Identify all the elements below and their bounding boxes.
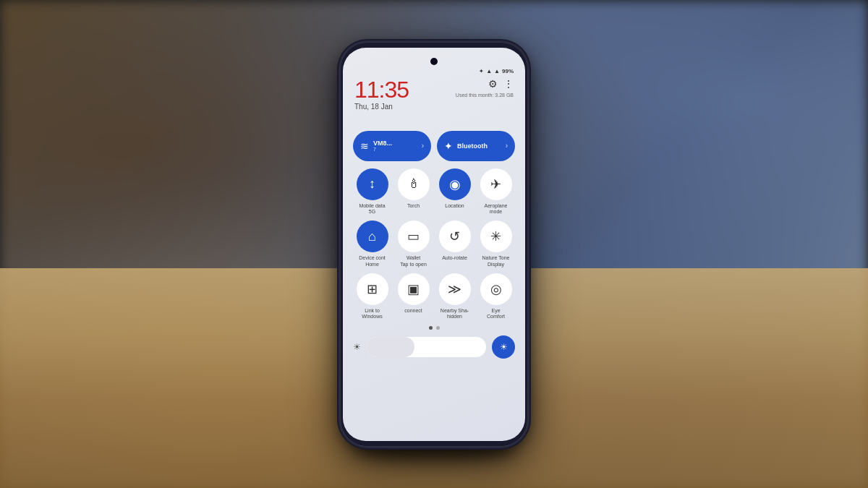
notification-header: 11:35 Thu, 18 Jan ⚙ ⋮ Used this month: 3… (354, 78, 514, 111)
brightness-low-icon: ☀ (353, 342, 361, 352)
connect-toggle[interactable]: ▣ connect (394, 273, 433, 320)
status-icons: ✦ ▲ ▲ 99% (479, 68, 514, 74)
bluetooth-chevron-icon: › (506, 142, 508, 150)
phone-body: ✦ ▲ ▲ 99% 11:35 Thu, 18 Jan ⚙ ⋮ Used (340, 42, 528, 447)
wifi-icon: ≋ (360, 140, 369, 152)
quick-toggle-grid: ↕ Mobile data5G 🕯 Torch ◉ Location ✈ Aer… (353, 168, 515, 320)
pagination-dot-1 (429, 326, 433, 330)
location-label: Location (445, 203, 464, 209)
wifi-network-name: VM8... (373, 140, 417, 147)
status-bar: ✦ ▲ ▲ 99% (354, 68, 514, 74)
bluetooth-label: Bluetooth (457, 142, 501, 150)
quick-toggles-panel: ≋ VM8... 7 › ✦ Bluetooth › (353, 131, 515, 359)
auto-rotate-icon: ↺ (439, 221, 471, 252)
brightness-slider[interactable] (367, 337, 486, 357)
bluetooth-toggle-button[interactable]: ✦ Bluetooth › (437, 131, 515, 161)
nature-tone-icon: ✳ (480, 221, 512, 252)
torch-icon: 🕯 (398, 168, 430, 200)
connectivity-row: ≋ VM8... 7 › ✦ Bluetooth › (353, 131, 515, 161)
aeroplane-toggle[interactable]: ✈ Aeroplanemode (477, 168, 515, 215)
connect-icon: ▣ (398, 273, 430, 305)
brightness-high-icon: ☀ (500, 342, 508, 352)
bluetooth-status-icon: ✦ (479, 68, 484, 74)
mobile-data-label: Mobile data5G (359, 203, 385, 215)
wifi-status-icon: ▲ (486, 68, 492, 74)
nearby-share-icon: ≫ (439, 273, 471, 305)
more-options-icon[interactable]: ⋮ (503, 78, 514, 90)
eye-comfort-toggle[interactable]: ◎ EyeComfort (477, 273, 515, 320)
header-controls: ⚙ ⋮ Used this month: 3.28 GB (456, 78, 514, 98)
torch-label: Torch (407, 203, 420, 209)
clock-display: 11:35 (354, 78, 409, 101)
mobile-data-toggle[interactable]: ↕ Mobile data5G (353, 168, 391, 215)
link-windows-label: Link toWindows (362, 308, 382, 320)
wallet-icon: ▭ (398, 221, 430, 252)
link-windows-icon: ⊞ (357, 273, 388, 305)
bluetooth-icon: ✦ (444, 140, 453, 152)
nearby-share-toggle[interactable]: ≫ Nearby Sha-hidden (435, 273, 474, 320)
data-usage-label: Used this month: 3.28 GB (456, 93, 514, 98)
phone-wrapper: ✦ ▲ ▲ 99% 11:35 Thu, 18 Jan ⚙ ⋮ Used (340, 42, 528, 447)
front-camera (430, 58, 438, 65)
wifi-toggle-button[interactable]: ≋ VM8... 7 › (353, 131, 431, 161)
mobile-data-icon: ↕ (357, 168, 388, 200)
pagination-dots (353, 326, 515, 330)
header-icon-row: ⚙ ⋮ (488, 78, 514, 90)
time-section: 11:35 Thu, 18 Jan (354, 78, 409, 111)
signal-status-icon: ▲ (494, 68, 500, 74)
settings-icon[interactable]: ⚙ (488, 78, 498, 90)
brightness-high-button[interactable]: ☀ (492, 335, 515, 359)
auto-rotate-toggle[interactable]: ↺ Auto-rotate (435, 221, 474, 267)
brightness-fill (367, 337, 414, 357)
torch-toggle[interactable]: 🕯 Torch (394, 168, 433, 215)
device-control-icon: ⌂ (357, 221, 388, 252)
aeroplane-icon: ✈ (480, 168, 512, 200)
link-windows-toggle[interactable]: ⊞ Link toWindows (353, 273, 391, 320)
eye-comfort-label: EyeComfort (487, 308, 505, 320)
eye-comfort-icon: ◎ (480, 273, 512, 305)
device-control-label: Device contHome (359, 255, 386, 267)
nearby-share-label: Nearby Sha-hidden (441, 308, 469, 320)
wallet-label: WalletTap to open (400, 255, 427, 267)
pagination-dot-2 (436, 326, 440, 330)
location-icon: ◉ (439, 168, 471, 200)
wifi-device-count: 7 (373, 147, 417, 152)
date-display: Thu, 18 Jan (354, 103, 409, 111)
wallet-toggle[interactable]: ▭ WalletTap to open (394, 221, 433, 267)
auto-rotate-label: Auto-rotate (442, 255, 467, 261)
connect-label: connect (404, 308, 422, 314)
nature-tone-label: Nature ToneDisplay (482, 255, 509, 267)
brightness-control: ☀ ☀ (353, 335, 515, 359)
device-control-toggle[interactable]: ⌂ Device contHome (353, 221, 391, 267)
phone-screen: ✦ ▲ ▲ 99% 11:35 Thu, 18 Jan ⚙ ⋮ Used (343, 48, 525, 441)
aeroplane-label: Aeroplanemode (485, 203, 508, 215)
bluetooth-text-group: Bluetooth (457, 142, 501, 150)
wifi-text-group: VM8... 7 (373, 140, 417, 152)
wifi-chevron-icon: › (422, 142, 424, 150)
location-toggle[interactable]: ◉ Location (435, 168, 474, 215)
nature-tone-toggle[interactable]: ✳ Nature ToneDisplay (477, 221, 515, 267)
battery-level: 99% (502, 68, 514, 74)
